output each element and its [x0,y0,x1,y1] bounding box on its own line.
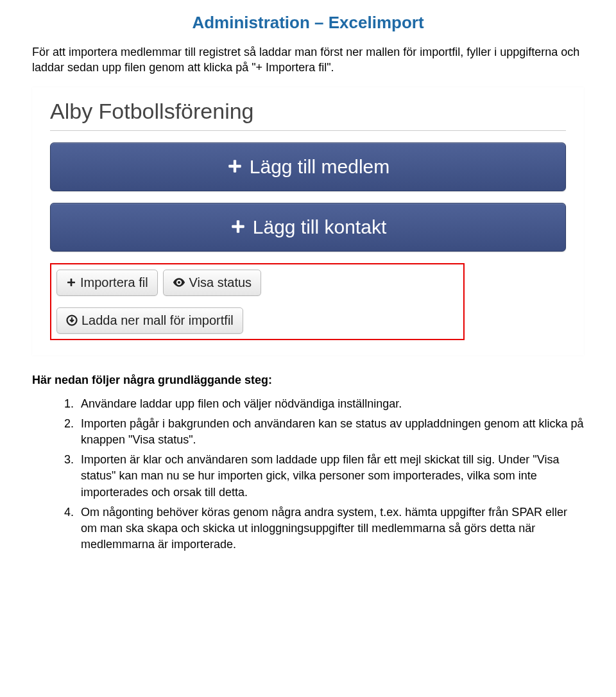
plus-icon [66,277,76,288]
org-name: Alby Fotbollsförening [50,99,566,130]
step-item: Om någonting behöver köras genom några a… [77,504,584,553]
plus-icon [230,218,246,235]
eye-icon [173,277,185,288]
svg-rect-1 [228,164,241,167]
screenshot-panel: Alby Fotbollsförening Lägg till medlem L… [32,87,584,356]
steps-list: Användare laddar upp filen och väljer nö… [32,396,584,553]
step-item: Användare laddar upp filen och väljer nö… [77,396,584,412]
download-icon [66,314,78,326]
intro-paragraph: För att importera medlemmar till registr… [32,44,584,76]
svg-rect-5 [67,282,75,284]
plus-icon [227,158,243,175]
divider [50,130,566,131]
import-file-button[interactable]: Importera fil [56,270,158,296]
page-title: Administration – Excelimport [32,13,584,33]
svg-point-6 [178,281,180,284]
download-template-label: Ladda ner mall för importfil [81,313,234,328]
step-item: Importen är klar och användaren som ladd… [77,452,584,501]
steps-lead: Här nedan följer några grundläggande ste… [32,374,584,387]
add-member-button[interactable]: Lägg till medlem [50,142,566,191]
show-status-button[interactable]: Visa status [163,270,261,296]
highlighted-button-group: Importera fil Visa status Ladda ner mall… [50,263,465,340]
svg-rect-3 [232,225,244,227]
download-template-button[interactable]: Ladda ner mall för importfil [56,307,243,334]
show-status-label: Visa status [189,275,252,290]
add-contact-label: Lägg till kontakt [253,216,386,237]
step-item: Importen pågår i bakgrunden och användar… [77,416,584,448]
add-contact-button[interactable]: Lägg till kontakt [50,203,566,252]
add-member-label: Lägg till medlem [250,156,389,177]
import-file-label: Importera fil [80,275,148,290]
